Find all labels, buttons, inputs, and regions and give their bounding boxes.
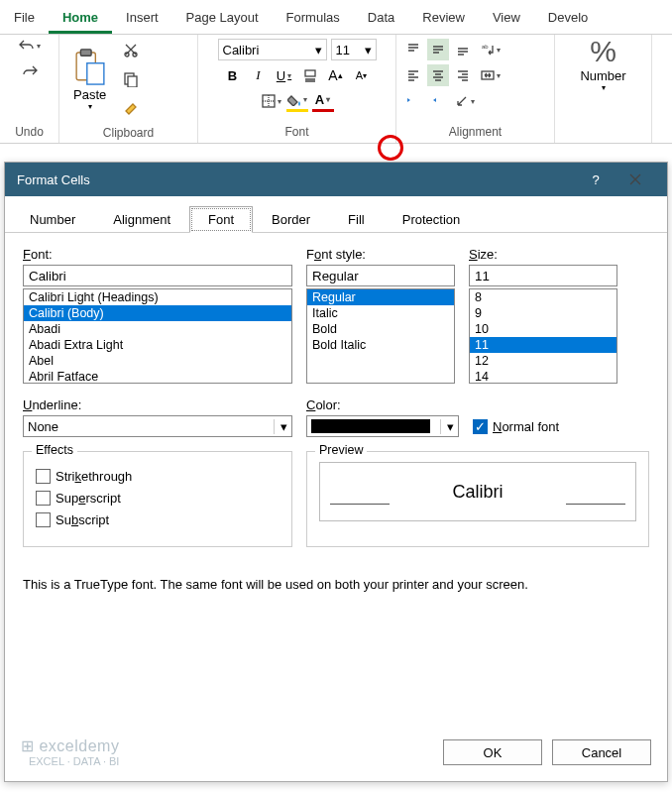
format-painter-button[interactable] — [120, 98, 142, 120]
list-item[interactable]: Calibri Light (Headings) — [24, 289, 291, 305]
align-center[interactable] — [427, 64, 449, 86]
tab-view[interactable]: View — [479, 4, 534, 34]
tab-home[interactable]: Home — [49, 4, 112, 34]
superscript-checkbox[interactable]: Superscript — [36, 491, 280, 506]
wrap-text[interactable]: ab — [477, 39, 504, 60]
fill-color-button[interactable] — [286, 90, 308, 112]
align-right[interactable] — [452, 64, 474, 86]
svg-point-4 — [133, 53, 137, 57]
effects-legend: Effects — [32, 443, 77, 457]
format-cells-dialog: Format Cells ? Number Alignment Font Bor… — [4, 162, 668, 782]
group-label-undo: Undo — [0, 123, 58, 143]
tab-formulas[interactable]: Formulas — [273, 4, 354, 34]
list-item[interactable]: Abadi — [24, 321, 291, 337]
close-button[interactable] — [616, 163, 655, 196]
font-color-button[interactable]: A — [312, 90, 334, 112]
svg-rect-1 — [80, 50, 91, 56]
subscript-checkbox[interactable]: Subscript — [36, 512, 280, 527]
paste-label: Paste — [73, 87, 106, 102]
undo-button[interactable] — [19, 35, 41, 57]
help-button[interactable]: ? — [576, 163, 616, 196]
dialog-title-text: Format Cells — [17, 172, 90, 187]
dtab-protection[interactable]: Protection — [384, 206, 480, 233]
ok-button[interactable]: OK — [443, 739, 542, 765]
borders-button[interactable] — [261, 90, 282, 112]
align-middle[interactable] — [427, 39, 449, 60]
color-select[interactable]: ▾ — [306, 415, 459, 437]
shrink-font-button[interactable]: A▾ — [351, 64, 373, 86]
list-item[interactable]: Bold — [307, 321, 454, 337]
cancel-button[interactable]: Cancel — [552, 739, 651, 765]
size-input[interactable] — [469, 265, 617, 286]
dtab-border[interactable]: Border — [253, 206, 329, 233]
font-style-input[interactable] — [306, 265, 455, 286]
font-input[interactable] — [23, 265, 292, 286]
dtab-number[interactable]: Number — [11, 206, 94, 233]
ribbon-tabs: File Home Insert Page Layout Formulas Da… — [0, 0, 672, 35]
group-label-font: Font — [198, 123, 395, 143]
ribbon-body: Undo Paste▾ Clipboard Calibri▾ 11▾ B I — [0, 35, 672, 144]
list-item[interactable]: 11 — [470, 337, 616, 353]
list-item[interactable]: Abadi Extra Light — [24, 337, 291, 353]
list-item[interactable]: 12 — [470, 353, 616, 369]
increase-indent[interactable] — [428, 90, 450, 112]
font-size-combo[interactable]: 11▾ — [331, 39, 377, 60]
font-style-label: Font style: — [306, 247, 455, 262]
color-label: Color: — [306, 397, 459, 412]
svg-rect-6 — [128, 76, 137, 87]
copy-button[interactable] — [120, 68, 142, 90]
align-left[interactable] — [402, 64, 424, 86]
double-underline-button[interactable] — [299, 64, 321, 86]
list-item[interactable]: Regular — [307, 289, 454, 305]
grow-font-button[interactable]: A▴ — [325, 64, 347, 86]
italic-button[interactable]: I — [248, 64, 270, 86]
font-name-combo[interactable]: Calibri▾ — [218, 39, 327, 60]
dialog-tabs: Number Alignment Font Border Fill Protec… — [5, 196, 667, 233]
svg-rect-7 — [305, 70, 315, 76]
dtab-fill[interactable]: Fill — [329, 206, 384, 233]
cut-button[interactable] — [120, 39, 142, 60]
preview-legend: Preview — [315, 443, 367, 457]
tab-insert[interactable]: Insert — [112, 4, 172, 34]
list-item[interactable]: Calibri (Body) — [24, 305, 291, 321]
font-style-listbox[interactable]: Regular Italic Bold Bold Italic — [306, 288, 455, 384]
watermark: ⊞ exceldemy EXCEL · DATA · BI — [21, 737, 127, 767]
underline-label: Underline: — [23, 397, 292, 412]
font-listbox[interactable]: Calibri Light (Headings) Calibri (Body) … — [23, 288, 292, 384]
list-item[interactable]: 14 — [470, 369, 616, 384]
orientation[interactable] — [454, 90, 476, 112]
underline-select[interactable]: None▾ — [23, 415, 292, 437]
list-item[interactable]: 9 — [470, 305, 616, 321]
dtab-alignment[interactable]: Alignment — [94, 206, 189, 233]
preview-text: Calibri — [452, 482, 503, 503]
bold-button[interactable]: B — [222, 64, 244, 86]
percent-icon[interactable]: % — [590, 35, 616, 68]
size-listbox[interactable]: 8 9 10 11 12 14 — [469, 288, 617, 384]
dtab-font[interactable]: Font — [189, 206, 253, 233]
redo-button[interactable] — [19, 60, 41, 82]
strikethrough-checkbox[interactable]: Strikethrough — [36, 469, 280, 484]
preview-box: Calibri — [319, 462, 636, 521]
list-item[interactable]: Abril Fatface — [24, 369, 291, 384]
merge-center[interactable] — [477, 64, 504, 86]
list-item[interactable]: Italic — [307, 305, 454, 321]
tab-developer[interactable]: Develo — [534, 4, 602, 34]
checkmark-icon: ✓ — [473, 419, 488, 434]
align-top[interactable] — [402, 39, 424, 60]
list-item[interactable]: Abel — [24, 353, 291, 369]
color-swatch — [311, 419, 430, 433]
list-item[interactable]: Bold Italic — [307, 337, 454, 353]
tab-file[interactable]: File — [0, 4, 49, 34]
paste-button[interactable]: Paste▾ — [65, 44, 114, 115]
effects-group: Effects Strikethrough Superscript Subscr… — [23, 451, 292, 547]
tab-review[interactable]: Review — [408, 4, 479, 34]
underline-button[interactable]: U — [274, 64, 295, 86]
tab-page-layout[interactable]: Page Layout — [172, 4, 273, 34]
font-label: Font: — [23, 247, 292, 262]
list-item[interactable]: 8 — [470, 289, 616, 305]
list-item[interactable]: 10 — [470, 321, 616, 337]
decrease-indent[interactable] — [402, 90, 424, 112]
tab-data[interactable]: Data — [354, 4, 408, 34]
align-bottom[interactable] — [452, 39, 474, 60]
normal-font-checkbox[interactable]: ✓ Normal font — [473, 419, 559, 434]
